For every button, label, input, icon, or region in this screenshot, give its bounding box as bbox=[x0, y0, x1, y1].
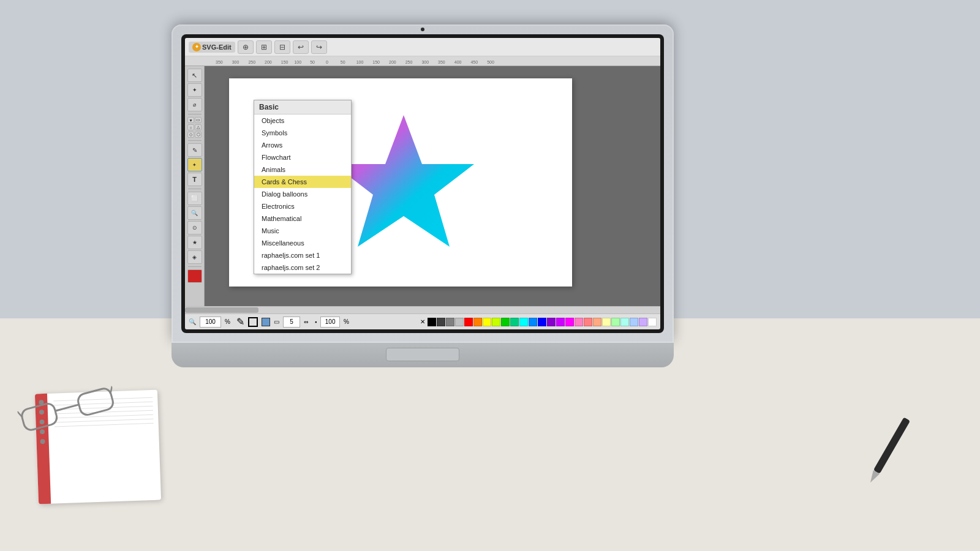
tool-pencil[interactable]: ✎ bbox=[187, 143, 202, 157]
dropdown-item-arrows[interactable]: Arrows bbox=[254, 139, 351, 151]
swatch-lgray[interactable] bbox=[455, 318, 464, 326]
dropdown-item-objects[interactable]: Objects bbox=[254, 114, 351, 127]
main-area: ↖ ✦ ⌀ ♥ ▭ ○ △ bbox=[185, 66, 660, 306]
dropdown-item-symbols[interactable]: Symbols bbox=[254, 127, 351, 139]
swatch-teal[interactable] bbox=[510, 318, 519, 326]
zoom-icon: 🔍 bbox=[189, 318, 196, 325]
stroke-color-box[interactable] bbox=[248, 317, 258, 327]
trackpad[interactable] bbox=[386, 348, 459, 361]
tool-color[interactable] bbox=[187, 269, 202, 283]
tool-zoom[interactable]: 🔍 bbox=[187, 206, 202, 220]
swatch-green[interactable] bbox=[501, 318, 510, 326]
tool-star[interactable]: ★ bbox=[187, 236, 202, 249]
tool-image[interactable]: ⬜ bbox=[187, 192, 202, 205]
dropdown-item-dialog[interactable]: Dialog balloons bbox=[254, 188, 351, 200]
swatch-lavender[interactable] bbox=[639, 318, 647, 326]
dropdown-item-misc[interactable]: Miscellaneous bbox=[254, 237, 351, 249]
swatch-purple[interactable] bbox=[547, 318, 556, 326]
swatch-red[interactable] bbox=[464, 318, 473, 326]
tool-rect[interactable]: ▭ bbox=[195, 117, 202, 123]
tool-node[interactable]: ✦ bbox=[187, 83, 202, 97]
shape-tools-row1: ♥ ▭ bbox=[187, 117, 202, 123]
opacity-input[interactable]: 100 bbox=[320, 317, 340, 328]
swatch-salmon[interactable] bbox=[584, 318, 592, 326]
svg-marker-0 bbox=[333, 115, 474, 247]
toolbar-btn-undo[interactable]: ↩ bbox=[293, 40, 309, 54]
color-palette: ✕ bbox=[420, 318, 657, 326]
zoom-input[interactable]: 100 bbox=[200, 317, 221, 328]
swatch-lgreen[interactable] bbox=[611, 318, 620, 326]
laptop-screen-section: ✦ SVG-Edit ⊕ ⊞ ⊟ ↩ ↪ 350 300 250 bbox=[172, 24, 674, 343]
toolbar-btn-grid[interactable]: ⊟ bbox=[274, 40, 290, 54]
swatch-lpink[interactable] bbox=[575, 318, 583, 326]
svg-rect-2 bbox=[77, 387, 115, 416]
toolbar-btn-1[interactable]: ⊕ bbox=[238, 40, 254, 54]
swatch-lblue[interactable] bbox=[529, 318, 537, 326]
tool-separator-3 bbox=[188, 189, 202, 189]
laptop: ✦ SVG-Edit ⊕ ⊞ ⊟ ↩ ↪ 350 300 250 bbox=[172, 24, 674, 367]
swatch-blue[interactable] bbox=[538, 318, 546, 326]
swatch-black[interactable] bbox=[428, 318, 436, 326]
tool-heart[interactable]: ♥ bbox=[187, 117, 194, 123]
swatch-skyblue[interactable] bbox=[630, 318, 638, 326]
swatch-white[interactable] bbox=[648, 318, 657, 326]
scrollbar-thumb bbox=[185, 307, 258, 313]
opacity-box: ▪ bbox=[315, 319, 317, 325]
tool-circle[interactable]: ○ bbox=[187, 124, 194, 130]
tool-text[interactable]: T bbox=[187, 173, 202, 186]
swatch-yellow[interactable] bbox=[483, 318, 491, 326]
toolbar-btn-2[interactable]: ⊞ bbox=[256, 40, 272, 54]
swatch-gray[interactable] bbox=[446, 318, 454, 326]
shape-tools-row3: ◇ ⬡ bbox=[187, 132, 202, 138]
tool-triangle[interactable]: △ bbox=[195, 124, 202, 130]
canvas-area[interactable]: Basic Objects Symbols Arrows Flowchart A… bbox=[205, 66, 660, 306]
tool-diamond[interactable]: ◇ bbox=[187, 132, 194, 138]
fill-color-box[interactable] bbox=[262, 318, 270, 326]
dropdown-header: Basic bbox=[254, 100, 351, 114]
shape-tools-row2: ○ △ bbox=[187, 124, 202, 130]
tool-separator-4 bbox=[188, 266, 202, 267]
dropdown-item-animals[interactable]: Animals bbox=[254, 163, 351, 176]
dropdown-item-flowchart[interactable]: Flowchart bbox=[254, 151, 351, 163]
dropdown-item-music[interactable]: Music bbox=[254, 225, 351, 237]
dropdown-item-raphael1[interactable]: raphaeljs.com set 1 bbox=[254, 249, 351, 261]
tool-separator-2 bbox=[188, 140, 202, 141]
tool-gradient[interactable]: ◈ bbox=[187, 250, 202, 264]
tool-shapes-active[interactable]: ✦ bbox=[187, 158, 202, 171]
tool-hex[interactable]: ⬡ bbox=[195, 132, 202, 138]
swatch-cream[interactable] bbox=[602, 318, 611, 326]
camera bbox=[421, 28, 424, 31]
tool-select[interactable]: ↖ bbox=[187, 69, 202, 82]
spiral-5 bbox=[40, 439, 45, 444]
stroke-width-input[interactable]: 5 bbox=[283, 317, 300, 328]
swatch-lsalmon[interactable] bbox=[593, 318, 601, 326]
opacity-unit: % bbox=[344, 318, 349, 325]
dropdown-item-raphael2[interactable]: raphaeljs.com set 2 bbox=[254, 261, 351, 274]
horizontal-scrollbar[interactable] bbox=[185, 306, 660, 313]
stroke-icon: ✎ bbox=[236, 316, 244, 328]
dropdown-item-mathematical[interactable]: Mathematical bbox=[254, 212, 351, 225]
dropdown-menu: Basic Objects Symbols Arrows Flowchart A… bbox=[254, 100, 352, 274]
swatch-dgray[interactable] bbox=[437, 318, 445, 326]
swatch-magenta[interactable] bbox=[556, 318, 565, 326]
app-title: SVG-Edit bbox=[202, 43, 232, 51]
toolbar: ✦ SVG-Edit ⊕ ⊞ ⊟ ↩ ↪ bbox=[185, 38, 660, 56]
toolbar-btn-redo[interactable]: ↪ bbox=[311, 40, 327, 54]
stroke-width-label: ▭ bbox=[274, 318, 279, 325]
tool-eyedrop[interactable]: ⊙ bbox=[187, 221, 202, 234]
scene: ✦ SVG-Edit ⊕ ⊞ ⊟ ↩ ↪ 350 300 250 bbox=[0, 0, 980, 551]
laptop-base bbox=[172, 343, 674, 367]
swatch-cyan[interactable] bbox=[519, 318, 528, 326]
screen-bezel: ✦ SVG-Edit ⊕ ⊞ ⊟ ↩ ↪ 350 300 250 bbox=[181, 34, 664, 333]
swatch-laqua[interactable] bbox=[620, 318, 629, 326]
swatch-lyellow[interactable] bbox=[492, 318, 500, 326]
tool-tweak[interactable]: ⌀ bbox=[187, 98, 202, 111]
zoom-unit: % bbox=[225, 318, 230, 325]
svg-line-3 bbox=[55, 405, 79, 411]
app-logo[interactable]: ✦ SVG-Edit bbox=[189, 42, 235, 53]
swatch-pink[interactable] bbox=[565, 318, 574, 326]
dropdown-item-electronics[interactable]: Electronics bbox=[254, 200, 351, 212]
swatch-orange[interactable] bbox=[473, 318, 482, 326]
dropdown-item-cards[interactable]: Cards & Chess bbox=[254, 176, 351, 188]
app-screen: ✦ SVG-Edit ⊕ ⊞ ⊟ ↩ ↪ 350 300 250 bbox=[185, 38, 660, 329]
